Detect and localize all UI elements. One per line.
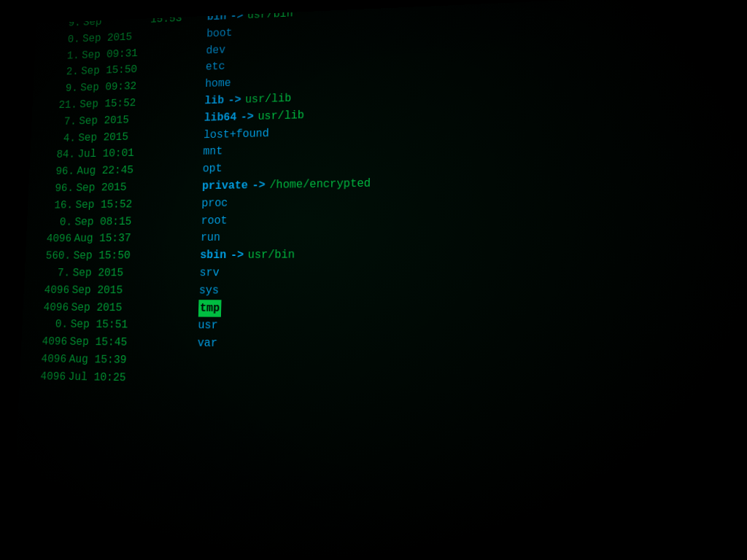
list-item: 7. Sep 2015 srv	[31, 263, 747, 282]
terminal-window: 9. Sep 15:53 bin -> usr/bin 0. Sep 2015 …	[12, 0, 747, 560]
list-item: 4096 Sep 2015 sys	[30, 282, 747, 302]
terminal-content: 9. Sep 15:53 bin -> usr/bin 0. Sep 2015 …	[12, 0, 747, 415]
list-item: 560. Sep 15:50 sbin -> usr/bin	[31, 244, 747, 265]
tmp-highlighted: tmp	[198, 300, 222, 317]
